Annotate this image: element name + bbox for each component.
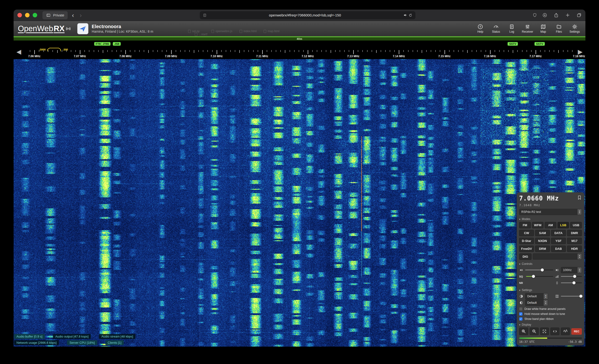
scale-pan-left-button[interactable]: ◀ <box>17 48 21 55</box>
mode-button-am[interactable]: AM <box>545 222 556 228</box>
new-tab-icon[interactable] <box>565 13 570 18</box>
colormap-grid-icon[interactable] <box>555 294 559 298</box>
bandplan-badge-jt65[interactable]: JT65 <box>101 42 111 46</box>
reload-icon[interactable] <box>408 13 413 18</box>
checkbox-box[interactable] <box>519 307 522 311</box>
mode-button-fm[interactable]: FM <box>519 222 531 228</box>
section-display[interactable]: ▾ Display <box>519 323 582 326</box>
back-button[interactable]: ‹ <box>70 12 76 18</box>
colormap-preset-select[interactable]: Default ▲▼ <box>525 300 548 306</box>
profile-select[interactable]: RSPdx-R2 test ▲▼ <box>519 209 582 215</box>
zoom-out-button[interactable] <box>530 328 539 335</box>
squelch-auto-icon[interactable] <box>555 268 559 272</box>
header-nav-status[interactable]: Status <box>490 24 502 33</box>
scale-tick-label: 7.08 MHz <box>119 55 132 58</box>
waterfall-auto-icon[interactable] <box>555 275 559 278</box>
rec-button[interactable]: REC <box>571 328 582 335</box>
header-nav-map[interactable]: Map <box>537 24 550 33</box>
zoom-in-button[interactable] <box>519 328 528 335</box>
checkbox-box[interactable]: ✓ <box>519 312 522 316</box>
sidebar-icon <box>46 13 51 18</box>
checkbox-box[interactable]: ✓ <box>519 317 522 321</box>
bandplan-badge-sstv[interactable]: SSTV <box>507 42 518 46</box>
profile-stepper[interactable]: ▲▼ <box>578 209 581 215</box>
mode-button-wfm[interactable]: WFM <box>532 222 544 228</box>
header-nav: ?HelpStatusLogReceiverMapFilesSettings <box>474 24 581 33</box>
mode-button-dig[interactable]: DIG <box>519 253 532 260</box>
settings-checkbox[interactable]: ✓Show band plan ribbon <box>519 317 582 321</box>
aux-slider[interactable] <box>561 275 582 278</box>
header-nav-receiver[interactable]: Receiver <box>521 24 534 33</box>
mode-button-freedv[interactable]: FreeDV <box>519 246 534 252</box>
mode-button-hdr[interactable]: HDR <box>567 246 582 252</box>
mode-button-dab[interactable]: DAB <box>551 246 566 252</box>
waterfall-preset-stepper[interactable]: ▲▼ <box>544 293 548 299</box>
noise-reduction-slider[interactable] <box>561 281 582 285</box>
share-icon[interactable] <box>554 13 559 18</box>
colormap-preset-stepper[interactable]: ▲▼ <box>544 300 548 306</box>
mute-icon[interactable] <box>519 268 523 272</box>
header-nav-help[interactable]: ?Help <box>474 24 487 33</box>
forward-button[interactable]: › <box>78 12 83 18</box>
tab-overview-icon[interactable] <box>576 13 581 18</box>
squelch-slider[interactable] <box>526 275 553 278</box>
tuning-step-select[interactable]: 100Hz ▲▼ <box>561 267 582 273</box>
privacy-shield-icon[interactable] <box>532 13 537 18</box>
section-modes[interactable]: ▾ Modes <box>519 217 582 221</box>
settings-checkbox[interactable]: ✓Hold mouse wheel down to tune <box>519 312 582 316</box>
mode-button-drm[interactable]: DRM <box>535 246 550 252</box>
mode-button-dmr[interactable]: DMR <box>567 230 582 236</box>
private-browsing-badge[interactable]: Private <box>43 11 68 19</box>
waterfall-level-slider[interactable] <box>561 294 582 298</box>
zoom-window-button[interactable] <box>33 13 37 18</box>
digital-mode-select[interactable]: ▲▼ <box>533 253 582 260</box>
mode-button-sam[interactable]: SAM <box>535 230 550 236</box>
digital-mode-stepper[interactable]: ▲▼ <box>578 254 581 259</box>
section-controls[interactable]: ▾ Controls <box>519 262 582 266</box>
mode-button-m17[interactable]: M17 <box>567 238 582 244</box>
zoom-fit-button[interactable] <box>540 328 549 335</box>
mode-button-data[interactable]: DATA <box>551 230 566 236</box>
mode-button-lsb[interactable]: LSB <box>557 222 569 228</box>
spectrum-toggle-button[interactable] <box>561 328 570 335</box>
bandplan-badge-js8[interactable]: JS8 <box>113 42 121 46</box>
volume-slider[interactable] <box>525 268 553 272</box>
waterfall-colors-icon[interactable] <box>519 294 523 298</box>
minimize-window-button[interactable] <box>25 13 30 18</box>
bandplan-badge-sstv[interactable]: SSTV <box>534 42 545 46</box>
openwebrx-logo[interactable]: OpenWebRX <box>18 24 71 33</box>
url-bar[interactable]: openwebrx/#freq=7066000,mod=lsb,sql=-150 <box>200 11 415 19</box>
mode-button-nxdn[interactable]: NXDN <box>535 238 550 244</box>
mode-button-cw[interactable]: CW <box>519 230 534 236</box>
mode-selector: FMWFMAMLSBUSBCWSAMDATADMRD-StarNXDNYSFM1… <box>519 222 582 252</box>
close-window-button[interactable] <box>18 13 22 18</box>
colormap-icon[interactable] <box>519 301 523 305</box>
settings-checkbox[interactable]: Draw white frame around panels <box>519 307 582 311</box>
mode-button-d-star[interactable]: D-Star <box>519 238 534 244</box>
header-nav-files[interactable]: Files <box>553 24 565 33</box>
header-nav-settings[interactable]: Settings <box>568 24 581 33</box>
tuned-frequency-display[interactable]: 7.0660 MHz <box>519 195 559 202</box>
scale-tick <box>372 50 372 52</box>
waterfall-display[interactable] <box>14 59 585 346</box>
nr-stepper-icon[interactable] <box>555 281 559 285</box>
scale-tick <box>527 50 527 52</box>
header-nav-log[interactable]: Log <box>505 24 518 33</box>
waterfall-preset-select[interactable]: Default ▲▼ <box>525 293 548 299</box>
tuning-passband-marker[interactable] <box>47 48 61 52</box>
frequency-scale[interactable]: ◀ ▶ -3000 -300 7.06 MHz7.07 MHz7.08 MHz7… <box>14 41 585 59</box>
mode-button-ysf[interactable]: YSF <box>551 238 566 244</box>
scale-tick <box>98 50 99 52</box>
scale-tick <box>198 50 199 52</box>
tab-audio-icon[interactable] <box>403 13 408 18</box>
scale-tick-label: 7.13 MHz <box>347 55 360 58</box>
bookmark-icon[interactable] <box>577 195 582 200</box>
downloads-icon[interactable] <box>542 13 547 18</box>
reader-icon[interactable] <box>202 13 207 18</box>
tuning-step-stepper[interactable]: ▲▼ <box>578 267 581 273</box>
section-settings[interactable]: ▾ Settings <box>519 288 582 292</box>
mode-button-usb[interactable]: USB <box>570 222 582 228</box>
zoom-reset-button[interactable] <box>550 328 559 335</box>
scale-tick <box>34 50 35 54</box>
bandplan-ribbon[interactable]: 40m <box>14 36 585 41</box>
